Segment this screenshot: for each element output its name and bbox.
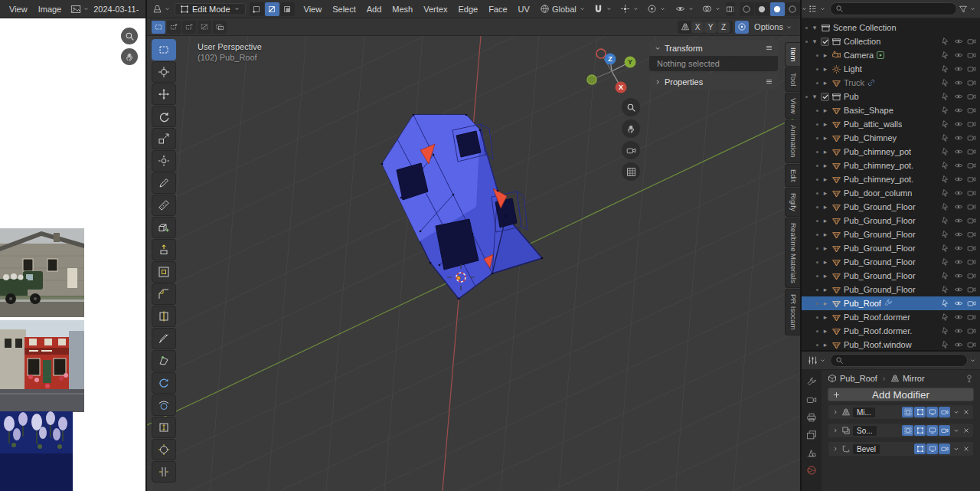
output-tab-icon[interactable] xyxy=(806,412,817,423)
hide-toggle[interactable] xyxy=(954,285,963,294)
hide-toggle[interactable] xyxy=(954,299,963,308)
hide-toggle[interactable] xyxy=(954,37,963,46)
panel-menu-icon[interactable] xyxy=(765,44,773,52)
modifier-name-field[interactable]: So... xyxy=(853,426,877,436)
outliner-row[interactable]: ▸ Pub_Roof xyxy=(802,296,980,310)
menu-item[interactable]: View xyxy=(4,3,33,15)
hide-toggle[interactable] xyxy=(954,147,963,156)
mirror-axis-button[interactable]: Y xyxy=(704,21,717,33)
axis-negative-x-ball[interactable] xyxy=(596,49,606,58)
hide-toggle[interactable] xyxy=(954,202,963,211)
outliner-row[interactable]: ▸ Pub_Roof.dormer. xyxy=(802,324,980,338)
outliner-row[interactable]: ▾ Collection xyxy=(802,34,980,48)
chevron-down-icon[interactable] xyxy=(969,357,976,364)
hide-toggle[interactable] xyxy=(954,119,963,129)
render-toggle[interactable] xyxy=(967,202,976,211)
snap-target-dropdown[interactable] xyxy=(617,3,642,15)
hide-toggle[interactable] xyxy=(954,257,963,267)
chevron-down-icon[interactable] xyxy=(969,5,976,12)
realtime-toggle[interactable] xyxy=(926,444,938,454)
render-toggle[interactable] xyxy=(967,106,976,115)
hide-toggle[interactable] xyxy=(954,51,963,60)
search-input[interactable] xyxy=(846,355,962,365)
xray-toggle[interactable] xyxy=(726,2,735,16)
scene-tab-icon[interactable] xyxy=(806,447,817,458)
delete-modifier-icon[interactable] xyxy=(962,408,970,416)
tool-button[interactable] xyxy=(152,372,176,394)
menu-item[interactable]: Vertex xyxy=(418,3,452,15)
expand-icon[interactable]: ▾ xyxy=(811,93,818,100)
render-toggle[interactable] xyxy=(967,92,976,101)
hide-toggle[interactable] xyxy=(954,271,963,280)
tool-tab-icon[interactable] xyxy=(806,377,817,388)
hide-toggle[interactable] xyxy=(954,106,963,115)
filter-icon[interactable] xyxy=(959,5,968,14)
outliner-row[interactable]: ▸ Light xyxy=(802,62,980,76)
sidebar-tab[interactable]: Item xyxy=(785,42,800,67)
outliner-row[interactable]: ▸ Basic_Shape xyxy=(802,103,980,117)
rendered-shading-button[interactable] xyxy=(786,2,800,16)
face-select-button[interactable] xyxy=(280,2,295,16)
panel-menu-icon[interactable] xyxy=(765,77,773,86)
render-toggle[interactable] xyxy=(967,271,976,280)
menu-item[interactable]: UV xyxy=(513,3,535,15)
zoom-gizmo[interactable] xyxy=(121,28,138,44)
selectable-toggle[interactable] xyxy=(941,326,950,336)
sidebar-tab[interactable]: PR Isocam xyxy=(785,289,800,335)
render-toggle[interactable] xyxy=(967,133,976,142)
solid-shading-button[interactable] xyxy=(755,2,769,16)
tool-button[interactable] xyxy=(152,439,176,460)
render-toggle[interactable] xyxy=(967,51,976,60)
selectable-toggle[interactable] xyxy=(941,51,950,60)
expand-icon[interactable]: ▸ xyxy=(822,286,829,293)
select-mode-extend-button[interactable] xyxy=(167,21,181,34)
tool-button[interactable] xyxy=(152,283,176,305)
selectable-toggle[interactable] xyxy=(941,340,950,349)
hide-toggle[interactable] xyxy=(954,216,963,225)
selectable-toggle[interactable] xyxy=(941,271,950,280)
selectable-toggle[interactable] xyxy=(941,175,950,184)
proportional-editing-dropdown[interactable] xyxy=(644,3,669,15)
select-mode-intersect-button[interactable] xyxy=(213,21,227,34)
edge-select-button[interactable] xyxy=(265,2,279,16)
on-cage-toggle[interactable] xyxy=(902,425,913,436)
outliner-row[interactable]: ▸ Pub_chimney_pot. xyxy=(802,159,980,172)
camera-view-gizmo[interactable] xyxy=(622,141,640,159)
add-modifier-button[interactable]: Add Modifier xyxy=(828,388,974,401)
outliner-row[interactable]: ▸ Pub_Ground_Floor xyxy=(802,241,980,255)
expand-icon[interactable]: ▾ xyxy=(811,24,818,31)
delete-modifier-icon[interactable] xyxy=(962,427,970,434)
tool-button[interactable] xyxy=(152,350,176,372)
expand-icon[interactable]: ▸ xyxy=(822,217,829,224)
sidebar-tab[interactable]: View xyxy=(785,93,800,119)
tool-button[interactable] xyxy=(152,128,176,149)
tool-button[interactable] xyxy=(152,306,176,327)
pan-gizmo[interactable] xyxy=(622,119,640,138)
expand-icon[interactable] xyxy=(831,427,839,434)
expand-icon[interactable]: ▾ xyxy=(811,38,818,45)
menu-item[interactable]: Face xyxy=(483,3,512,15)
render-toggle[interactable] xyxy=(967,78,976,87)
render-toggle[interactable] xyxy=(939,407,950,417)
edit-mode-toggle[interactable] xyxy=(914,407,926,417)
outliner-row[interactable]: ▸ Pub_Ground_Floor xyxy=(802,214,980,227)
on-cage-toggle[interactable] xyxy=(902,407,913,417)
selectable-toggle[interactable] xyxy=(941,230,950,239)
outliner-row[interactable]: ▸ Pub_Roof.dormer xyxy=(802,310,980,324)
expand-icon[interactable]: ▸ xyxy=(822,272,829,280)
expand-icon[interactable] xyxy=(831,408,839,416)
delete-modifier-icon[interactable] xyxy=(962,445,970,453)
tool-button[interactable] xyxy=(152,328,176,349)
expand-icon[interactable]: ▸ xyxy=(822,313,829,321)
outliner-search-field[interactable] xyxy=(830,2,957,15)
selectable-toggle[interactable] xyxy=(941,92,950,101)
expand-icon[interactable]: ▸ xyxy=(822,300,829,307)
render-toggle[interactable] xyxy=(967,64,976,74)
hide-toggle[interactable] xyxy=(954,188,963,198)
expand-icon[interactable]: ▸ xyxy=(822,189,829,197)
expand-icon[interactable]: ▸ xyxy=(822,244,829,252)
selectable-toggle[interactable] xyxy=(941,78,950,87)
overlays-dropdown[interactable] xyxy=(699,3,724,15)
tool-button[interactable] xyxy=(152,83,176,105)
render-toggle[interactable] xyxy=(939,425,950,436)
